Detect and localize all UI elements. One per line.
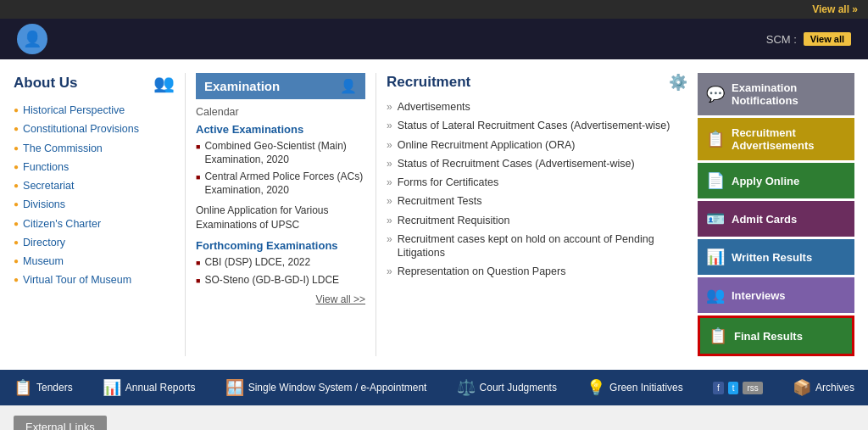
about-constitutional-link[interactable]: Constitutional Provisions — [23, 122, 139, 136]
forthcoming-exams-title: Forthcoming Examinations — [196, 239, 365, 252]
written-results-icon: 📊 — [706, 248, 725, 266]
admit-cards-button[interactable]: 🪪 Admit Cards — [698, 201, 854, 237]
list-item: The Commission — [14, 142, 175, 155]
recruit-lateral-link[interactable]: Status of Lateral Recruitment Cases (Adv… — [398, 119, 670, 132]
green-initiatives-icon: 💡 — [587, 378, 605, 397]
list-item: Divisions — [14, 198, 175, 211]
list-item: Representation on Question Papers — [387, 265, 687, 278]
about-secretariat-link[interactable]: Secretariat — [23, 179, 74, 193]
archives-item[interactable]: 📦 Archives — [793, 378, 854, 397]
list-item: Constitutional Provisions — [14, 122, 175, 136]
exam-view-all-link[interactable]: View all >> — [196, 293, 365, 305]
annual-reports-icon: 📊 — [103, 378, 121, 397]
divider-2 — [376, 73, 376, 356]
logo-bar: 👤 SCM : View all — [0, 19, 868, 59]
list-item: Virtual Tour of Museum — [14, 273, 175, 287]
social-icons-group: f t rss — [713, 382, 763, 394]
final-results-button[interactable]: 📋 Final Results — [698, 316, 854, 356]
about-directory-link[interactable]: Directory — [23, 236, 65, 249]
court-judgments-icon: ⚖️ — [457, 378, 476, 397]
online-application-link[interactable]: Online Application for Various Examinati… — [196, 204, 329, 231]
list-item: SO-Steno (GD-B-GD-I) LDCE — [196, 274, 365, 288]
exam-calendar-link[interactable]: Calendar — [196, 106, 365, 118]
interviews-button[interactable]: 👥 Interviews — [698, 277, 854, 313]
list-item: Recruitment Tests — [387, 194, 687, 208]
about-divisions-link[interactable]: Divisions — [23, 198, 65, 211]
annual-reports-item[interactable]: 📊 Annual Reports — [103, 378, 196, 397]
recruit-forms-link[interactable]: Forms for Certificates — [398, 176, 498, 189]
tenders-label: Tenders — [36, 382, 73, 394]
single-window-item[interactable]: 🪟 Single Window System / e-Appointment — [225, 378, 427, 397]
recruit-pending-link[interactable]: Recruitment cases kept on hold on accoun… — [398, 232, 687, 260]
court-judgments-item[interactable]: ⚖️ Court Judgments — [457, 378, 557, 397]
about-us-column: About Us 👥 Historical Perspective Consti… — [14, 73, 175, 356]
exam-sosteno-link[interactable]: SO-Steno (GD-B-GD-I) LDCE — [204, 274, 339, 288]
list-item: Recruitment cases kept on hold on accoun… — [387, 232, 687, 260]
rss-icon[interactable]: rss — [743, 382, 762, 394]
upsc-logo-icon: 👤 — [17, 24, 47, 54]
list-item: Recruitment Requisition — [387, 214, 687, 227]
about-historical-link[interactable]: Historical Perspective — [23, 103, 125, 117]
examination-column: Examination 👤 Calendar Active Examinatio… — [196, 73, 365, 356]
exam-cbi-link[interactable]: CBI (DSP) LDCE, 2022 — [204, 256, 310, 270]
about-us-title: About Us — [14, 75, 78, 92]
exam-geo-scientist-link[interactable]: Combined Geo-Scientist (Main) Examinatio… — [204, 140, 365, 166]
exam-header-icon: 👤 — [340, 78, 357, 94]
recruit-ora-link[interactable]: Online Recruitment Application (ORA) — [398, 138, 576, 152]
about-us-list: Historical Perspective Constitutional Pr… — [14, 103, 175, 288]
about-functions-link[interactable]: Functions — [23, 160, 69, 174]
written-results-button[interactable]: 📊 Written Results — [698, 239, 854, 275]
exam-notif-label: Examination Notifications — [732, 81, 846, 107]
green-initiatives-item[interactable]: 💡 Green Initiatives — [587, 378, 683, 397]
exam-online-text[interactable]: Online Application for Various Examinati… — [196, 204, 365, 232]
top-view-all-link[interactable]: View all » — [812, 3, 858, 15]
examination-header: Examination 👤 — [196, 73, 365, 99]
list-item: Forms for Certificates — [387, 176, 687, 189]
list-item: Advertisements — [387, 100, 687, 114]
recruit-requisition-link[interactable]: Recruitment Requisition — [398, 214, 510, 227]
twitter-icon[interactable]: t — [728, 382, 739, 394]
list-item: Status of Recruitment Cases (Advertiseme… — [387, 157, 687, 170]
recruit-status-link[interactable]: Status of Recruitment Cases (Advertiseme… — [398, 157, 635, 170]
about-us-header: About Us 👥 — [14, 73, 175, 93]
list-item: Historical Perspective — [14, 103, 175, 117]
recruit-ads-link[interactable]: Advertisements — [398, 100, 470, 114]
about-museum-link[interactable]: Museum — [23, 254, 64, 268]
final-results-label: Final Results — [734, 330, 803, 343]
list-item: Combined Geo-Scientist (Main) Examinatio… — [196, 140, 365, 166]
main-content: About Us 👥 Historical Perspective Consti… — [0, 59, 868, 370]
apply-online-button[interactable]: 📄 Apply Online — [698, 163, 854, 198]
recruit-tests-link[interactable]: Recruitment Tests — [398, 194, 482, 208]
list-item: Citizen's Charter — [14, 217, 175, 231]
recruit-representation-link[interactable]: Representation on Question Papers — [398, 265, 566, 278]
about-commission-link[interactable]: The Commission — [23, 142, 103, 155]
scm-view-all-button[interactable]: View all — [804, 32, 851, 46]
admit-cards-icon: 🪪 — [706, 209, 725, 228]
recruitment-icon: ⚙️ — [669, 73, 687, 92]
top-bar: View all » — [0, 0, 868, 19]
list-item: CBI (DSP) LDCE, 2022 — [196, 256, 365, 270]
calendar-link[interactable]: Calendar — [196, 106, 239, 118]
recruit-adv-icon: 📋 — [706, 130, 725, 148]
recruitment-ads-button[interactable]: 📋 Recruitment Advertisements — [698, 118, 854, 160]
examination-title: Examination — [204, 79, 280, 93]
list-item: Museum — [14, 254, 175, 268]
annual-reports-label: Annual Reports — [125, 382, 196, 394]
bottom-bar: 📋 Tenders 📊 Annual Reports 🪟 Single Wind… — [0, 370, 868, 405]
exam-capf-link[interactable]: Central Armed Police Forces (ACs) Examin… — [204, 170, 365, 197]
tenders-item[interactable]: 📋 Tenders — [14, 378, 73, 397]
apply-online-label: Apply Online — [732, 175, 799, 187]
exam-notifications-button[interactable]: 💬 Examination Notifications — [698, 73, 854, 115]
right-panel: 💬 Examination Notifications 📋 Recruitmen… — [698, 73, 854, 356]
facebook-icon[interactable]: f — [713, 382, 724, 394]
list-item: Directory — [14, 236, 175, 249]
apply-online-icon: 📄 — [706, 171, 725, 190]
single-window-icon: 🪟 — [225, 378, 244, 397]
single-window-label: Single Window System / e-Appointment — [248, 382, 427, 394]
interviews-label: Interviews — [732, 289, 786, 302]
about-virtual-tour-link[interactable]: Virtual Tour of Museum — [23, 273, 131, 287]
active-exams-list: Combined Geo-Scientist (Main) Examinatio… — [196, 140, 365, 197]
list-item: Functions — [14, 160, 175, 174]
external-links-button[interactable]: External Links — [14, 416, 107, 430]
about-charter-link[interactable]: Citizen's Charter — [23, 217, 101, 231]
